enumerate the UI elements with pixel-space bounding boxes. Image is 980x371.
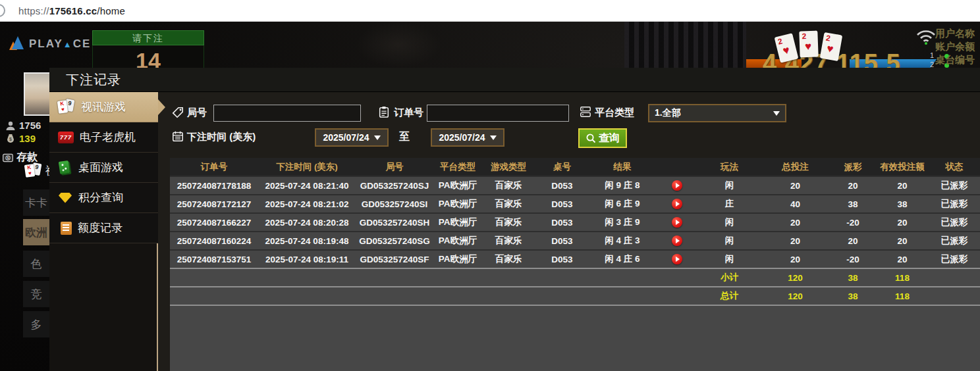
table-header-row: 订单号 下注时间 (美东) 局号 平台类型 游戏类型 桌号 结果 玩法 总投注 [170,158,980,176]
username-label: 用户名称 [935,27,980,40]
browser-control-stub [0,4,5,17]
modal-title: 下注记录 [66,71,121,89]
cell-total-bet: 20 [761,232,830,250]
slot-777-icon: 777 [58,132,74,143]
cell-valid-bet: 20 [876,232,929,250]
cell-total-bet: 20 [761,250,830,268]
chevron-down-icon [773,111,780,116]
filters-panel: 局号 订单号 平台类型 [158,92,980,158]
cell-payout: 38 [830,195,876,213]
grand-total-payout: 38 [830,287,876,305]
subtotal-valid-bet: 118 [876,268,929,287]
cell-valid-bet: 20 [876,213,929,232]
header-status: 状态 [929,158,980,176]
cell-table-no: D053 [535,176,589,195]
cell-round: GD053257240SH [356,213,433,232]
cell-platform: PA欧洲厅 [433,195,482,213]
round-number-input[interactable] [213,105,361,122]
replay-video-button[interactable] [672,199,682,209]
cell-order: 250724087178188 [170,176,258,195]
cell-play: 闲 [698,250,761,268]
cell-payout: -20 [830,213,876,232]
cell-result: 闲 3 庄 9 [589,213,655,232]
cell-order: 250724087166227 [170,213,258,232]
subtotal-row: 小计12038118 [170,268,980,287]
clipboard-icon [378,106,390,118]
diamond-icon [58,192,72,204]
cell-result: 闲 4 庄 3 [589,232,655,250]
cell-valid-bet: 38 [876,195,929,213]
sidebar-item-table-games[interactable]: 桌面游戏 [49,153,158,183]
replay-video-button[interactable] [672,217,682,228]
table-row: 2507240871781882025-07-24 08:21:40GD0532… [170,176,980,195]
account-info-labels: 用户名称 账户余额 桌台编号 [935,27,980,66]
platform-type-select[interactable]: 1.全部 [648,104,786,122]
cell-time: 2025-07-24 08:21:40 [258,176,356,195]
subtotal-label: 小计 [698,268,761,287]
chevron-down-icon [490,136,497,140]
svg-text:$: $ [9,137,12,142]
records-table-wrap: 订单号 下注时间 (美东) 局号 平台类型 游戏类型 桌号 结果 玩法 总投注 [170,158,980,371]
calendar-icon [172,130,184,142]
cell-video [655,213,698,232]
date-from-select[interactable]: 2025/07/24 [315,128,389,147]
replay-video-button[interactable] [672,235,682,246]
grand-total-status [929,287,980,305]
url-text[interactable]: https://175616.cc/home [18,5,125,16]
bet-prompt: 请下注 [92,30,204,45]
header-game-type: 游戏类型 [482,158,535,176]
cell-platform: PA欧洲厅 [433,176,482,195]
cell-order: 250724087160224 [170,232,258,250]
playing-card: 2♥ [820,32,843,61]
modal-title-bar: 下注记录 [49,68,980,92]
query-button[interactable]: 查询 [578,128,627,148]
cell-play: 闲 [698,176,761,195]
sidebar-item-slots[interactable]: 777 电子老虎机 [49,122,158,153]
header-total-bet: 总投注 [761,158,830,176]
cell-payout: 20 [830,176,876,195]
hall-item: 多 [23,311,49,337]
cell-payout: 20 [830,232,876,250]
cell-platform: PA欧洲厅 [433,213,482,232]
round-number-label: 局号 [187,107,207,119]
platform-icon [580,106,591,118]
cell-total-bet: 40 [761,195,830,213]
balance-row: $ 139 [5,133,36,144]
sidebar-item-quota-records[interactable]: 额度记录 [49,213,158,243]
sidebar: 9 K♥ 视讯游戏 777 电子老虎机 桌面游戏 积分查询 [49,92,158,371]
cell-status: 已派彩 [929,176,980,195]
sidebar-item-video-games[interactable]: 9 K♥ 视讯游戏 [49,92,158,122]
cards-icon: 9 K♥ [58,99,75,115]
to-label: 至 [399,130,410,144]
cell-game-type: 百家乐 [482,176,535,195]
browser-url-bar[interactable]: https://175616.cc/home [0,0,980,22]
deposit-button[interactable]: $ 存款 [3,151,38,164]
replay-video-button[interactable] [672,254,682,264]
sidebar-item-points[interactable]: 积分查询 [49,183,158,213]
cell-status: 已派彩 [929,232,980,250]
platform-type-label: 平台类型 [595,107,634,119]
table-games-icon [58,161,72,174]
records-table: 订单号 下注时间 (美东) 局号 平台类型 游戏类型 桌号 结果 玩法 总投注 [170,158,980,306]
table-row: 2507240871662272025-07-24 08:20:28GD0532… [170,213,980,232]
header-valid-bet: 有效投注额 [876,158,929,176]
cell-table-no: D053 [535,213,589,232]
subtotal-spacer [170,268,698,287]
cell-play: 闲 [698,213,761,232]
cell-status: 已派彩 [929,195,980,213]
date-to-select[interactable]: 2025/07/24 [431,128,504,147]
header-time: 下注时间 (美东) [258,158,356,176]
cell-result: 闲 9 庄 8 [589,176,655,195]
table-number-label: 桌台编号 [935,53,980,66]
header-table-no: 桌号 [535,158,589,176]
replay-video-button[interactable] [672,180,682,191]
grand-total-label: 总计 [698,287,761,305]
cell-order: 250724087153751 [170,250,258,268]
header-play: 玩法 [698,158,761,176]
order-number-input[interactable] [427,105,569,122]
wifi-icon [915,28,938,45]
hall-item: 竞 [23,281,49,307]
grand-total-row: 总计12038118 [170,287,980,305]
tag-icon [172,107,184,118]
cell-play: 闲 [698,232,761,250]
